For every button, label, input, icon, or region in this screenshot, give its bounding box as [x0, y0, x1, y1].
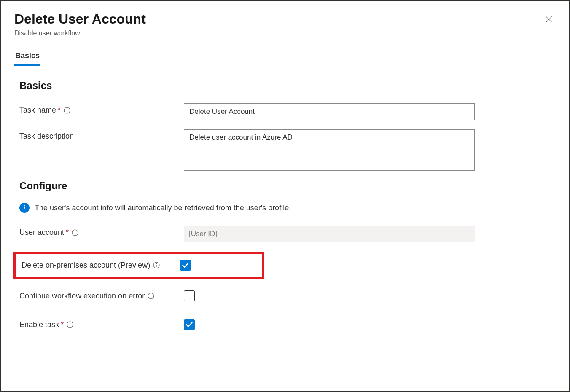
tabs: Basics [14, 49, 556, 66]
info-icon[interactable] [147, 292, 155, 300]
content-area: Basics Task name * Task description Del [14, 80, 556, 330]
user-account-input [184, 226, 475, 242]
close-icon [545, 19, 553, 25]
continue-on-error-label: Continue workflow execution on error [19, 292, 184, 301]
task-description-input[interactable]: Delete user account in Azure AD [184, 129, 475, 171]
enable-task-checkbox[interactable] [184, 319, 195, 330]
enable-task-label: Enable task * [19, 320, 184, 329]
delete-on-premises-row: Delete on-premises account (Preview) [22, 260, 262, 271]
section-basics-title: Basics [19, 80, 556, 91]
task-description-label: Task description [19, 129, 184, 141]
user-account-row: User account * [19, 226, 556, 242]
delete-on-premises-checkbox[interactable] [180, 260, 191, 271]
task-description-row: Task description Delete user account in … [19, 129, 556, 171]
delete-on-premises-label: Delete on-premises account (Preview) [22, 261, 180, 270]
tab-basics[interactable]: Basics [14, 49, 40, 66]
info-banner-icon: i [19, 203, 30, 213]
section-configure-title: Configure [19, 180, 556, 192]
task-edit-panel: Delete User Account Disable user workflo… [0, 0, 570, 392]
task-name-row: Task name * [19, 103, 556, 120]
task-name-input[interactable] [184, 103, 475, 120]
required-marker: * [58, 106, 61, 115]
required-marker: * [66, 228, 69, 237]
svg-point-10 [156, 263, 157, 264]
info-banner-text: The user's account info will automatical… [35, 204, 291, 212]
svg-point-16 [70, 323, 70, 323]
required-marker: * [61, 320, 64, 329]
close-button[interactable] [542, 13, 556, 27]
svg-point-7 [75, 231, 75, 231]
panel-title: Delete User Account [14, 11, 146, 27]
enable-task-row: Enable task * [19, 319, 556, 330]
panel-header: Delete User Account Disable user workflo… [14, 11, 556, 37]
continue-on-error-checkbox[interactable] [184, 290, 195, 301]
user-account-label: User account * [19, 226, 184, 237]
svg-point-4 [67, 109, 67, 109]
info-icon[interactable] [71, 229, 79, 236]
panel-subtitle: Disable user workflow [14, 30, 146, 37]
info-icon[interactable] [66, 321, 74, 328]
continue-on-error-row: Continue workflow execution on error [19, 290, 556, 301]
highlight-box: Delete on-premises account (Preview) [13, 252, 264, 279]
info-banner: i The user's account info will automatic… [19, 203, 556, 213]
info-icon[interactable] [153, 261, 160, 269]
task-name-label: Task name * [19, 103, 184, 115]
svg-point-13 [151, 294, 151, 295]
info-icon[interactable] [63, 107, 71, 114]
